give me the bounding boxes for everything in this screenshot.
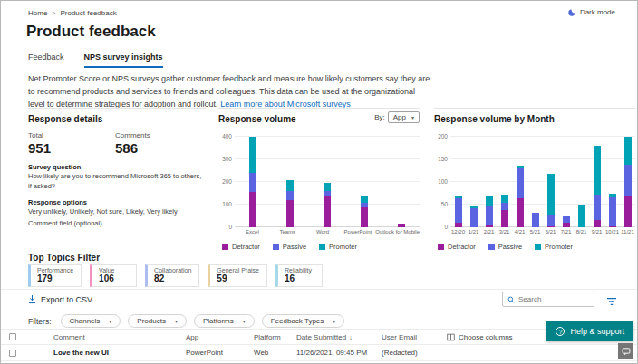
column-header-platform[interactable]: Platform	[254, 333, 296, 341]
x-axis-label: 12/20	[450, 229, 466, 235]
bar-1/21[interactable]	[470, 206, 478, 227]
bar-10/21[interactable]	[609, 194, 616, 228]
table-row[interactable]: Love the new UIPowerPointWeb11/26/2021, …	[1, 345, 637, 361]
legend-swatch	[535, 244, 541, 250]
column-header-date-submitted[interactable]: Date Submitted↓	[296, 333, 382, 341]
bar-8/21[interactable]	[578, 205, 585, 228]
row-checkbox[interactable]	[9, 350, 16, 357]
select-all-checkbox[interactable]	[9, 333, 16, 340]
x-axis-label: 8/21	[574, 229, 589, 235]
bar-2/21[interactable]	[486, 196, 493, 227]
filter-icon	[606, 297, 617, 306]
segment-passive	[501, 203, 508, 210]
response-volume-month-panel: Response volume by Month 05010015020012/…	[434, 108, 635, 249]
topic-value: 16	[285, 273, 314, 283]
segment-passive	[286, 191, 294, 201]
page-title: Product feedback	[26, 23, 156, 41]
topic-card-reliability[interactable]: Reliability16	[276, 264, 323, 287]
chevron-down-icon: ▾	[333, 318, 335, 324]
topic-value: 179	[37, 273, 73, 283]
bar-series	[450, 137, 635, 227]
bar-11/21[interactable]	[624, 137, 632, 227]
download-icon	[28, 295, 36, 304]
segment-detractor	[501, 210, 508, 228]
by-label: By:	[374, 113, 385, 121]
dark-mode-toggle[interactable]: Dark mode	[568, 8, 615, 16]
bar-5/21[interactable]	[532, 213, 539, 227]
legend-swatch	[488, 244, 495, 250]
feedback-widget-button[interactable]	[618, 343, 633, 359]
survey-question-label: Survey question	[28, 163, 206, 171]
total-label: Total	[28, 131, 115, 139]
topic-card-value[interactable]: Value106	[90, 264, 137, 287]
filter-dropdown-products[interactable]: Products▾	[128, 314, 187, 328]
search-icon	[508, 296, 515, 303]
topic-label: Collaboration	[154, 267, 191, 273]
chevron-down-icon: ▾	[109, 318, 111, 324]
search-box[interactable]	[502, 292, 594, 307]
filter-dropdown-feedback-types[interactable]: Feedback Types▾	[262, 314, 345, 328]
filter-dropdown-channels[interactable]: Channels▾	[61, 314, 121, 328]
topic-label: Performance	[37, 267, 73, 273]
segment-passive	[563, 216, 570, 223]
legend-item-passive: Passive	[273, 243, 306, 251]
segment-passive	[486, 206, 493, 225]
y-axis-tick-label: 200	[217, 178, 232, 185]
breadcrumb-current[interactable]: Product feedback	[60, 9, 116, 17]
segment-passive	[624, 165, 632, 196]
search-input[interactable]	[518, 295, 585, 303]
column-header-comment[interactable]: Comment	[53, 333, 186, 341]
tab-feedback[interactable]: Feedback	[28, 53, 64, 68]
column-header-label: App	[186, 333, 198, 341]
topic-label: Value	[99, 267, 129, 273]
column-header-user-email[interactable]: User Email	[382, 333, 447, 341]
x-axis-label: 3/21	[497, 229, 512, 235]
response-details-title: Response details	[28, 114, 206, 124]
cell-comment: Love the new UI	[53, 349, 186, 357]
bar-powerpoint[interactable]	[361, 196, 368, 228]
tab-nps-survey-insights[interactable]: NPS survey insights	[84, 53, 163, 68]
bar-7/21[interactable]	[563, 216, 570, 227]
topic-card-collaboration[interactable]: Collaboration82	[145, 264, 199, 287]
y-axis-tick-label: 50	[432, 201, 448, 207]
bar-teams[interactable]	[286, 180, 294, 228]
topic-card-performance[interactable]: Performance179	[28, 264, 82, 287]
legend-item-passive: Passive	[488, 243, 522, 251]
bar-12/20[interactable]	[455, 196, 462, 227]
response-volume-panel: Response volume By: App ▾ 0100200300400E…	[218, 108, 420, 249]
column-header-app[interactable]: App	[186, 333, 254, 341]
bar-4/21[interactable]	[517, 166, 524, 228]
bar-3/21[interactable]	[501, 195, 508, 228]
export-csv-button[interactable]: Export to CSV	[28, 295, 92, 304]
segment-detractor	[609, 226, 616, 227]
feedback-table: CommentAppPlatformDate Submitted↓User Em…	[1, 329, 637, 361]
column-header-label: Date Submitted	[296, 333, 346, 341]
chat-icon	[622, 347, 631, 356]
bar-9/21[interactable]	[594, 146, 601, 228]
by-app-value: App	[393, 113, 406, 121]
dark-mode-label: Dark mode	[580, 8, 615, 16]
legend-label: Passive	[283, 243, 306, 251]
y-axis-tick-label: 100	[432, 178, 448, 185]
bar-excel[interactable]	[249, 137, 256, 227]
filter-dropdown-label: Platforms	[203, 317, 234, 325]
segment-promoter	[624, 137, 632, 165]
filter-button[interactable]	[606, 293, 617, 310]
x-axis-labels: 12/201/212/213/214/215/216/217/218/219/2…	[450, 229, 635, 235]
x-axis-label: Teams	[270, 229, 305, 235]
tab-bar: FeedbackNPS survey insights	[28, 53, 163, 68]
topic-label: General Praise	[217, 267, 259, 273]
by-app-dropdown[interactable]: App ▾	[388, 111, 420, 123]
breadcrumb-home-link[interactable]: Home	[28, 9, 47, 17]
y-axis-tick-label: 100	[217, 201, 232, 207]
bar-outlook-for-mobile[interactable]	[398, 224, 405, 227]
bar-6/21[interactable]	[547, 174, 555, 227]
help-support-button[interactable]: ? Help & support	[546, 321, 633, 341]
topic-card-general-praise[interactable]: General Praise59	[208, 264, 267, 287]
segment-passive	[609, 197, 616, 226]
filter-dropdown-platforms[interactable]: Platforms▾	[194, 314, 255, 328]
y-axis-tick-label: 0	[432, 224, 448, 230]
response-options-line2: Comment field (optional)	[28, 219, 206, 229]
bar-word[interactable]	[324, 183, 331, 227]
segment-passive	[249, 173, 256, 192]
